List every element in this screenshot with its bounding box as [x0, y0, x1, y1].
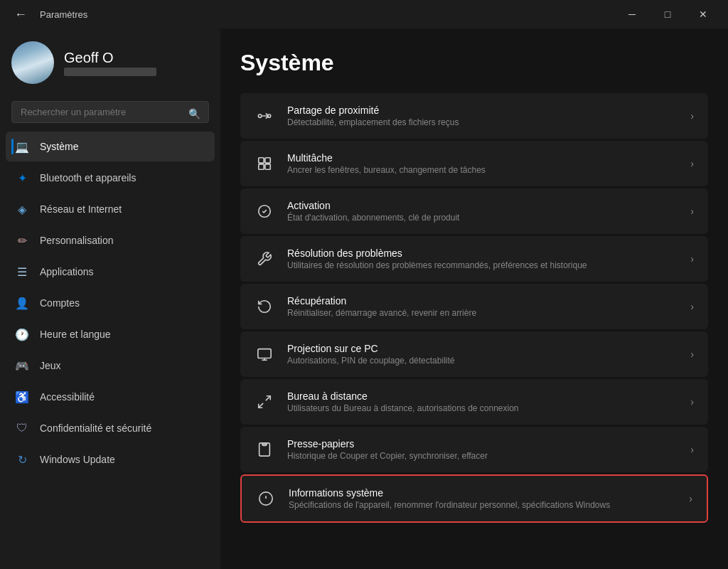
- resolution-icon: [255, 249, 274, 269]
- confidentialite-icon: 🛡: [14, 420, 30, 436]
- settings-item-recuperation[interactable]: Récupération Réinitialiser, démarrage av…: [240, 284, 708, 329]
- heure-icon: 🕐: [14, 326, 30, 342]
- sidebar-item-label: Personnalisation: [40, 235, 114, 246]
- projection-icon: [255, 344, 274, 364]
- resolution-title: Résolution des problèmes: [287, 248, 678, 259]
- sidebar-item-update[interactable]: ↻ Windows Update: [6, 445, 215, 474]
- multitache-title: Multitâche: [287, 152, 678, 164]
- activation-desc: État d'activation, abonnements, clé de p…: [287, 213, 678, 223]
- sidebar-item-label: Confidentialité et sécurité: [40, 422, 151, 434]
- settings-item-resolution[interactable]: Résolution des problèmes Utilitaires de …: [240, 236, 708, 282]
- bureau-title: Bureau à distance: [287, 390, 678, 402]
- svg-rect-5: [265, 164, 270, 169]
- partage-desc: Détectabilité, emplacement des fichiers …: [287, 117, 678, 127]
- sidebar-item-personnalisation[interactable]: ✏ Personnalisation: [6, 225, 215, 255]
- sidebar-item-label: Applications: [40, 266, 94, 277]
- jeux-icon: 🎮: [14, 358, 30, 373]
- pressepapiers-title: Presse-papiers: [287, 438, 678, 450]
- sidebar-item-label: Système: [40, 141, 78, 152]
- systeme-icon: 💻: [14, 139, 30, 154]
- user-info: Geoff O: [64, 50, 156, 76]
- sidebar-item-systeme[interactable]: 💻 Système: [6, 132, 215, 161]
- main-content: Système Partage de proximité Détectabili…: [220, 28, 728, 569]
- user-profile[interactable]: Geoff O: [0, 28, 220, 95]
- svg-rect-3: [265, 158, 270, 163]
- pressepapiers-chevron: ›: [690, 444, 694, 455]
- sidebar-item-comptes[interactable]: 👤 Comptes: [6, 288, 215, 318]
- sidebar-item-reseau[interactable]: ◈ Réseau et Internet: [6, 194, 215, 224]
- projection-desc: Autorisations, PIN de couplage, détectab…: [287, 356, 678, 366]
- resolution-text: Résolution des problèmes Utilitaires de …: [287, 248, 678, 270]
- user-email-bar: [64, 68, 156, 76]
- svg-line-11: [259, 403, 263, 408]
- nav-list: 💻 Système ✦ Bluetooth et appareils ◈ Rés…: [0, 132, 220, 569]
- close-button[interactable]: ✕: [687, 4, 719, 25]
- activation-chevron: ›: [690, 206, 694, 217]
- sidebar-item-label: Jeux: [40, 360, 61, 371]
- settings-item-activation[interactable]: Activation État d'activation, abonnement…: [240, 188, 708, 234]
- svg-line-10: [266, 396, 270, 400]
- sidebar-item-jeux[interactable]: 🎮 Jeux: [6, 351, 215, 381]
- projection-title: Projection sur ce PC: [287, 343, 678, 354]
- sidebar-item-label: Bluetooth et appareils: [40, 172, 136, 184]
- resolution-desc: Utilitaires de résolution des problèmes …: [287, 260, 678, 270]
- partage-icon: [255, 106, 274, 126]
- titlebar-controls: ─ □ ✕: [616, 4, 719, 25]
- informations-desc: Spécifications de l'appareil, renommer l…: [289, 500, 676, 510]
- pressepapiers-text: Presse-papiers Historique de Couper et C…: [287, 438, 678, 461]
- sidebar-item-label: Heure et langue: [40, 329, 111, 340]
- svg-point-0: [258, 115, 262, 118]
- personnalisation-icon: ✏: [14, 233, 30, 248]
- titlebar: ← Paramètres ─ □ ✕: [0, 0, 728, 28]
- sidebar-item-confidentialite[interactable]: 🛡 Confidentialité et sécurité: [6, 413, 215, 443]
- bluetooth-icon: ✦: [14, 170, 30, 186]
- settings-item-bureau[interactable]: Bureau à distance Utilisateurs du Bureau…: [240, 379, 708, 425]
- search-container: 🔍: [0, 95, 220, 132]
- multitache-chevron: ›: [690, 158, 694, 169]
- recuperation-icon: [255, 297, 274, 317]
- sidebar: Geoff O 🔍 💻 Système ✦ Bluetooth et appar…: [0, 28, 220, 569]
- search-input[interactable]: [11, 101, 209, 123]
- recuperation-desc: Réinitialiser, démarrage avancé, revenir…: [287, 308, 678, 318]
- user-name: Geoff O: [64, 50, 156, 66]
- titlebar-title: Paramètres: [40, 9, 87, 20]
- pressepapiers-desc: Historique de Couper et Copier, synchron…: [287, 451, 678, 461]
- settings-item-multitache[interactable]: Multitâche Ancrer les fenêtres, bureaux,…: [240, 141, 708, 186]
- recuperation-chevron: ›: [690, 301, 694, 312]
- comptes-icon: 👤: [14, 295, 30, 311]
- partage-text: Partage de proximité Détectabilité, empl…: [287, 105, 678, 127]
- activation-icon: [255, 201, 274, 221]
- bureau-chevron: ›: [690, 396, 694, 408]
- multitache-desc: Ancrer les fenêtres, bureaux, changement…: [287, 165, 678, 175]
- back-button[interactable]: ←: [9, 4, 33, 25]
- search-icon: 🔍: [188, 108, 200, 119]
- sidebar-item-label: Comptes: [40, 297, 80, 309]
- sidebar-item-accessibilite[interactable]: ♿ Accessibilité: [6, 382, 215, 412]
- informations-chevron: ›: [689, 493, 692, 504]
- settings-item-partage[interactable]: Partage de proximité Détectabilité, empl…: [240, 93, 708, 139]
- settings-item-informations[interactable]: Informations système Spécifications de l…: [240, 474, 708, 523]
- informations-icon: [256, 489, 276, 509]
- projection-chevron: ›: [690, 349, 694, 360]
- accessibilite-icon: ♿: [14, 389, 30, 405]
- sidebar-item-label: Accessibilité: [40, 391, 95, 403]
- activation-text: Activation État d'activation, abonnement…: [287, 200, 678, 223]
- update-icon: ↻: [14, 452, 30, 467]
- minimize-button[interactable]: ─: [616, 4, 648, 25]
- partage-chevron: ›: [690, 110, 694, 122]
- projection-text: Projection sur ce PC Autorisations, PIN …: [287, 343, 678, 366]
- sidebar-item-label: Réseau et Internet: [40, 203, 122, 215]
- recuperation-title: Récupération: [287, 295, 678, 307]
- page-title: Système: [240, 50, 708, 76]
- multitache-text: Multitâche Ancrer les fenêtres, bureaux,…: [287, 152, 678, 175]
- sidebar-item-bluetooth[interactable]: ✦ Bluetooth et appareils: [6, 163, 215, 193]
- settings-item-pressepapiers[interactable]: Presse-papiers Historique de Couper et C…: [240, 427, 708, 472]
- pressepapiers-icon: [255, 440, 274, 459]
- sidebar-item-heure[interactable]: 🕐 Heure et langue: [6, 319, 215, 349]
- settings-item-projection[interactable]: Projection sur ce PC Autorisations, PIN …: [240, 331, 708, 377]
- avatar: [11, 41, 54, 84]
- sidebar-item-applications[interactable]: ☰ Applications: [6, 257, 215, 287]
- svg-rect-7: [258, 349, 271, 358]
- maximize-button[interactable]: □: [651, 4, 684, 25]
- recuperation-text: Récupération Réinitialiser, démarrage av…: [287, 295, 678, 318]
